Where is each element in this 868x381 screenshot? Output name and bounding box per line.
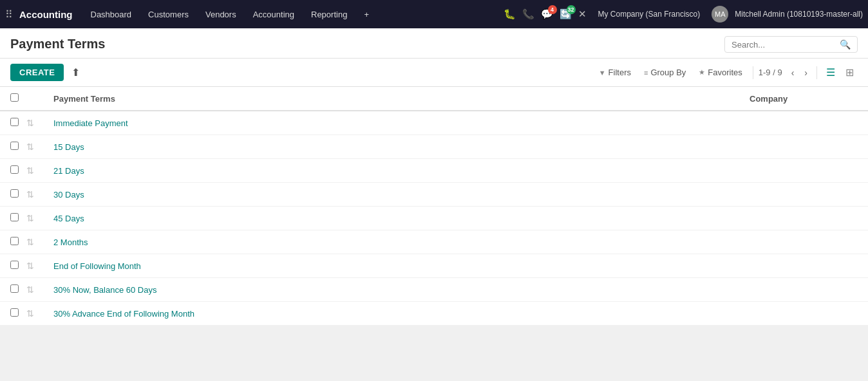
search-input[interactable] bbox=[731, 40, 840, 50]
row-checkbox-cell bbox=[0, 183, 24, 207]
chat-badge: 4 bbox=[548, 5, 557, 14]
row-checkbox-cell bbox=[0, 254, 24, 278]
row-checkbox-cell bbox=[0, 111, 24, 135]
page-title: Payment Terms bbox=[10, 37, 105, 58]
table-row[interactable]: ⇅ Immediate Payment bbox=[0, 111, 868, 135]
groupby-label: Group By bbox=[650, 68, 686, 77]
row-checkbox[interactable] bbox=[10, 237, 19, 245]
search-button[interactable]: 🔍 bbox=[840, 39, 851, 50]
table-row[interactable]: ⇅ 30% Now, Balance 60 Days bbox=[0, 278, 868, 302]
table-row[interactable]: ⇅ End of Following Month bbox=[0, 254, 868, 278]
nav-customers[interactable]: Customers bbox=[140, 7, 196, 22]
favorites-button[interactable]: ★ Favorites bbox=[693, 65, 747, 80]
prev-page-button[interactable]: ‹ bbox=[788, 66, 798, 79]
phone-icon[interactable]: 📞 bbox=[522, 8, 534, 20]
row-checkbox[interactable] bbox=[10, 308, 19, 317]
nav-add[interactable]: + bbox=[356, 7, 377, 22]
settings-icon[interactable]: ✕ bbox=[578, 8, 587, 20]
nav-reporting[interactable]: Reporting bbox=[303, 7, 355, 22]
pagination-text: 1-9 / 9 bbox=[759, 68, 782, 77]
row-checkbox[interactable] bbox=[10, 261, 19, 269]
payment-terms-table: Payment Terms Company ⇅ Immediate Paymen… bbox=[0, 87, 868, 326]
payment-term-name: 30% Advance End of Following Month bbox=[43, 302, 739, 326]
drag-handle-icon[interactable]: ⇅ bbox=[26, 261, 34, 271]
payment-term-name: 15 Days bbox=[43, 135, 739, 159]
table-container: Payment Terms Company ⇅ Immediate Paymen… bbox=[0, 87, 868, 326]
table-row[interactable]: ⇅ 30 Days bbox=[0, 183, 868, 207]
company-name[interactable]: My Company (San Francisco) bbox=[598, 10, 701, 19]
table-row[interactable]: ⇅ 21 Days bbox=[0, 159, 868, 183]
favorites-icon: ★ bbox=[699, 68, 705, 77]
nav-vendors[interactable]: Vendors bbox=[198, 7, 244, 22]
drag-handle-cell: ⇅ bbox=[24, 207, 43, 230]
update-icon[interactable]: 🔄 32 bbox=[560, 8, 572, 20]
nav-dashboard[interactable]: Dashboard bbox=[83, 7, 140, 22]
create-button[interactable]: CREATE bbox=[10, 64, 64, 81]
row-checkbox-cell bbox=[0, 230, 24, 254]
groupby-button[interactable]: ≡ Group By bbox=[639, 65, 691, 80]
drag-handle-cell: ⇅ bbox=[24, 111, 43, 135]
divider2 bbox=[816, 66, 817, 79]
table-row[interactable]: ⇅ 30% Advance End of Following Month bbox=[0, 302, 868, 326]
drag-handle-icon[interactable]: ⇅ bbox=[26, 308, 34, 319]
drag-handle-cell: ⇅ bbox=[24, 230, 43, 254]
avatar[interactable]: MA bbox=[712, 6, 728, 23]
payment-term-name: End of Following Month bbox=[43, 254, 739, 278]
chat-icon[interactable]: 💬 4 bbox=[541, 8, 553, 20]
payment-term-name: 30 Days bbox=[43, 183, 739, 207]
payment-term-company bbox=[739, 111, 868, 135]
drag-handle-icon[interactable]: ⇅ bbox=[26, 142, 34, 152]
row-checkbox[interactable] bbox=[10, 118, 19, 126]
nav-accounting[interactable]: Accounting bbox=[245, 7, 302, 22]
payment-term-company bbox=[739, 230, 868, 254]
drag-handle-icon[interactable]: ⇅ bbox=[26, 189, 34, 200]
grid-view-button[interactable]: ⊞ bbox=[842, 65, 858, 80]
grid-icon[interactable]: ⠿ bbox=[5, 8, 13, 21]
page-header: Payment Terms 🔍 bbox=[0, 28, 868, 59]
drag-handle-cell: ⇅ bbox=[24, 278, 43, 302]
list-view-button[interactable]: ☰ bbox=[822, 65, 839, 80]
drag-handle-icon[interactable]: ⇅ bbox=[26, 213, 34, 223]
row-checkbox[interactable] bbox=[10, 165, 19, 174]
filters-label: Filters bbox=[609, 68, 631, 77]
update-badge: 32 bbox=[567, 5, 576, 14]
action-row: CREATE ⬆ ▼ Filters ≡ Group By ★ Favorite… bbox=[0, 59, 868, 87]
payment-term-company bbox=[739, 183, 868, 207]
row-checkbox[interactable] bbox=[10, 142, 19, 150]
row-checkbox[interactable] bbox=[10, 189, 19, 198]
payment-term-company bbox=[739, 254, 868, 278]
filters-button[interactable]: ▼ Filters bbox=[594, 65, 636, 80]
search-bar: 🔍 bbox=[724, 36, 858, 53]
pagination: 1-9 / 9 ‹ › bbox=[759, 66, 811, 79]
drag-handle-icon[interactable]: ⇅ bbox=[26, 237, 34, 247]
payment-terms-header: Payment Terms bbox=[43, 87, 739, 111]
bug-icon[interactable]: 🐛 bbox=[504, 8, 516, 20]
row-checkbox[interactable] bbox=[10, 284, 19, 293]
handle-header bbox=[24, 87, 43, 111]
drag-handle-icon[interactable]: ⇅ bbox=[26, 165, 34, 176]
row-checkbox[interactable] bbox=[10, 213, 19, 221]
nav-menu: Dashboard Customers Vendors Accounting R… bbox=[83, 7, 501, 22]
drag-handle-cell: ⇅ bbox=[24, 302, 43, 326]
divider bbox=[753, 66, 753, 79]
row-checkbox-cell bbox=[0, 135, 24, 159]
select-all-header bbox=[0, 87, 24, 111]
company-header: Company bbox=[739, 87, 868, 111]
import-button[interactable]: ⬆ bbox=[69, 64, 82, 81]
payment-term-company bbox=[739, 278, 868, 302]
drag-handle-cell: ⇅ bbox=[24, 254, 43, 278]
payment-term-name: 2 Months bbox=[43, 230, 739, 254]
table-row[interactable]: ⇅ 45 Days bbox=[0, 207, 868, 230]
drag-handle-icon[interactable]: ⇅ bbox=[26, 284, 34, 295]
row-checkbox-cell bbox=[0, 278, 24, 302]
next-page-button[interactable]: › bbox=[800, 66, 811, 79]
select-all-checkbox[interactable] bbox=[10, 93, 19, 102]
topnav-icons: 🐛 📞 💬 4 🔄 32 ✕ My Company (San Francisco… bbox=[504, 6, 863, 23]
table-row[interactable]: ⇅ 15 Days bbox=[0, 135, 868, 159]
payment-term-name: 30% Now, Balance 60 Days bbox=[43, 278, 739, 302]
drag-handle-icon[interactable]: ⇅ bbox=[26, 118, 34, 128]
table-row[interactable]: ⇅ 2 Months bbox=[0, 230, 868, 254]
table-header-row: Payment Terms Company bbox=[0, 87, 868, 111]
brand-name[interactable]: Accounting bbox=[19, 9, 73, 20]
filter-icon: ▼ bbox=[599, 69, 606, 77]
